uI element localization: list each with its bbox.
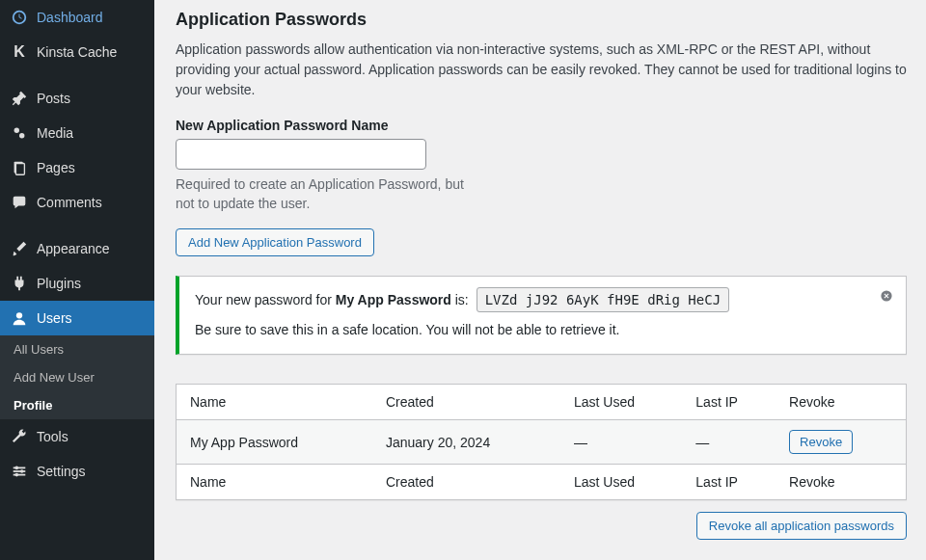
application-passwords-table: Name Created Last Used Last IP Revoke My…: [176, 384, 907, 500]
generated-password: LVZd jJ92 6AyK fH9E dRig HeCJ: [477, 287, 729, 312]
revoke-all-button[interactable]: Revoke all application passwords: [696, 512, 907, 540]
page-title: Application Passwords: [176, 10, 907, 30]
sidebar-item-label: Appearance: [37, 241, 110, 256]
sidebar-item-label: Media: [37, 125, 73, 141]
submenu-all-users[interactable]: All Users: [0, 335, 154, 363]
plug-icon: [10, 274, 29, 293]
settings-icon: [10, 462, 29, 481]
comments-icon: [10, 193, 29, 212]
th-name[interactable]: Name: [177, 385, 376, 420]
cell-lastused: —: [564, 420, 686, 464]
new-password-name-help: Required to create an Application Passwo…: [176, 175, 475, 213]
sidebar-item-kinsta[interactable]: K Kinsta Cache: [0, 35, 154, 69]
kinsta-icon: K: [10, 42, 29, 62]
sidebar-item-label: Dashboard: [37, 10, 103, 25]
pages-icon: [10, 158, 29, 177]
page-description: Application passwords allow authenticati…: [176, 40, 907, 100]
new-password-name-input[interactable]: [176, 139, 426, 170]
th-revoke: Revoke: [779, 385, 906, 420]
notice-suffix: is:: [451, 292, 469, 307]
sidebar-item-label: Pages: [37, 160, 75, 175]
pin-icon: [10, 89, 29, 108]
th-lastused[interactable]: Last Used: [564, 385, 686, 420]
th-created[interactable]: Created: [376, 385, 564, 420]
sidebar-item-comments[interactable]: Comments: [0, 185, 154, 220]
sidebar-item-media[interactable]: Media: [0, 116, 154, 150]
svg-point-0: [14, 128, 19, 133]
svg-point-1: [19, 133, 24, 138]
submenu-add-user[interactable]: Add New User: [0, 363, 154, 391]
sidebar-item-label: Tools: [37, 429, 68, 444]
sidebar-item-pages[interactable]: Pages: [0, 150, 154, 185]
svg-point-8: [15, 467, 19, 470]
notice-prefix: Your new password for: [195, 292, 336, 307]
sidebar-item-plugins[interactable]: Plugins: [0, 266, 154, 301]
sidebar-item-label: Plugins: [37, 276, 81, 291]
brush-icon: [10, 239, 29, 258]
sidebar-item-label: Kinsta Cache: [37, 44, 117, 60]
notice-app-name: My App Password: [336, 292, 451, 307]
notice-note: Be sure to save this in a safe location.…: [195, 320, 890, 340]
wrench-icon: [10, 427, 29, 446]
svg-rect-3: [15, 164, 24, 175]
th-lastip[interactable]: Last IP: [686, 385, 779, 420]
submenu-profile[interactable]: Profile: [0, 391, 154, 419]
cell-lastip: —: [686, 420, 779, 464]
new-password-name-label: New Application Password Name: [176, 118, 907, 133]
add-password-button[interactable]: Add New Application Password: [176, 228, 374, 256]
sidebar-item-label: Settings: [37, 464, 86, 479]
sidebar-item-posts[interactable]: Posts: [0, 81, 154, 116]
sidebar-item-appearance[interactable]: Appearance: [0, 231, 154, 266]
user-icon: [10, 308, 29, 328]
sidebar-item-settings[interactable]: Settings: [0, 454, 154, 489]
dismiss-icon[interactable]: [877, 286, 896, 306]
tf-lastip[interactable]: Last IP: [686, 464, 779, 499]
sidebar-item-label: Comments: [37, 195, 102, 210]
media-icon: [10, 123, 29, 143]
main-content: Application Passwords Application passwo…: [154, 0, 926, 559]
dashboard-icon: [10, 8, 29, 27]
sidebar-item-label: Users: [37, 310, 72, 326]
svg-point-4: [16, 312, 22, 318]
revoke-button[interactable]: Revoke: [789, 430, 853, 454]
sidebar-item-label: Posts: [37, 91, 70, 106]
sidebar-item-users[interactable]: Users: [0, 301, 154, 335]
svg-point-9: [20, 469, 24, 473]
tf-created[interactable]: Created: [376, 464, 564, 499]
tf-revoke: Revoke: [779, 464, 906, 499]
cell-created: January 20, 2024: [376, 420, 564, 464]
sidebar-item-dashboard[interactable]: Dashboard: [0, 0, 154, 35]
sidebar-item-tools[interactable]: Tools: [0, 419, 154, 454]
cell-name: My App Password: [177, 420, 376, 464]
tf-lastused[interactable]: Last Used: [564, 464, 686, 499]
admin-sidebar: Dashboard K Kinsta Cache Posts Media Pag…: [0, 0, 154, 560]
svg-point-10: [15, 473, 19, 477]
table-row: My App Password January 20, 2024 — — Rev…: [177, 420, 906, 464]
tf-name[interactable]: Name: [177, 464, 376, 499]
success-notice: Your new password for My App Password is…: [176, 276, 907, 355]
